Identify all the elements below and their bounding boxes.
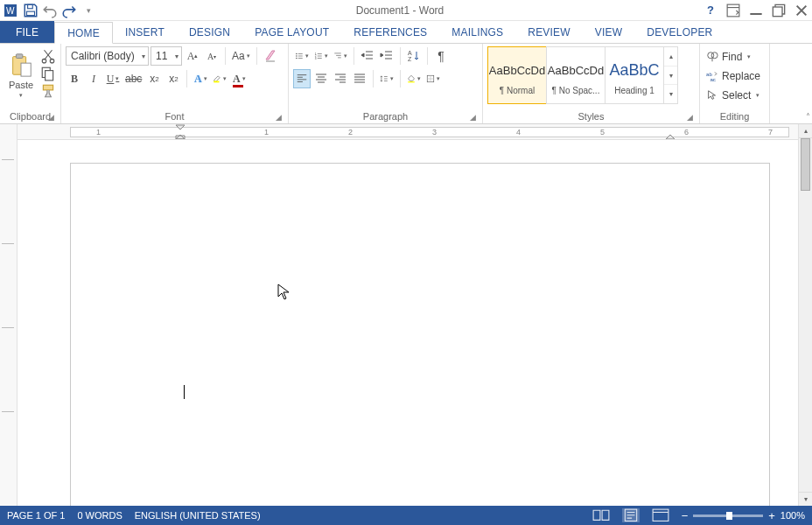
text-effects-icon[interactable]: A: [192, 69, 209, 88]
svg-rect-8: [21, 63, 31, 76]
subscript-icon[interactable]: x2: [145, 69, 163, 88]
word-app-icon[interactable]: W: [4, 3, 19, 18]
horizontal-ruler[interactable]: 1 1 2 3 4 5 6 7: [18, 124, 798, 140]
change-case-icon[interactable]: Aa: [230, 46, 252, 66]
svg-text:ac: ac: [710, 76, 715, 82]
restore-icon[interactable]: [772, 4, 786, 18]
read-mode-icon[interactable]: [592, 508, 610, 522]
increase-indent-icon[interactable]: [378, 46, 396, 66]
scroll-thumb[interactable]: [801, 138, 810, 191]
italic-icon[interactable]: I: [85, 69, 102, 88]
zoom-slider[interactable]: [693, 514, 763, 517]
first-line-indent-icon[interactable]: [175, 124, 186, 140]
clear-formatting-icon[interactable]: [262, 46, 279, 66]
styles-launcher-icon[interactable]: ◢: [684, 113, 695, 123]
shading-icon[interactable]: [405, 69, 423, 88]
svg-rect-7: [16, 54, 23, 59]
svg-text:W: W: [6, 6, 15, 16]
line-spacing-icon[interactable]: [378, 69, 396, 88]
qat-customize-icon[interactable]: ▾: [80, 3, 96, 18]
find-button[interactable]: Find▾: [704, 48, 752, 66]
replace-button[interactable]: abac Replace: [704, 67, 762, 85]
zoom-control: − + 100%: [682, 509, 805, 522]
tab-references[interactable]: REFERENCES: [341, 21, 439, 43]
status-words[interactable]: 0 WORDS: [77, 510, 122, 521]
ribbon-display-options-icon[interactable]: [726, 4, 740, 18]
copy-icon[interactable]: [40, 66, 56, 81]
superscript-icon[interactable]: x2: [164, 69, 182, 88]
tab-insert[interactable]: INSERT: [113, 21, 177, 43]
align-center-icon[interactable]: [312, 69, 330, 88]
close-icon[interactable]: [794, 4, 808, 18]
web-layout-icon[interactable]: [652, 508, 669, 522]
font-color-icon[interactable]: A: [230, 69, 248, 88]
strikethrough-icon[interactable]: abc: [123, 69, 144, 88]
help-icon[interactable]: ?: [704, 4, 718, 18]
undo-icon[interactable]: [42, 3, 58, 18]
grow-font-icon[interactable]: A▴: [184, 46, 201, 66]
tab-view[interactable]: VIEW: [583, 21, 634, 43]
format-painter-icon[interactable]: [40, 83, 56, 99]
zoom-out-icon[interactable]: −: [682, 509, 689, 522]
right-indent-icon[interactable]: [665, 124, 676, 140]
svg-rect-12: [46, 71, 53, 80]
paste-button[interactable]: Paste ▾: [4, 46, 38, 104]
shrink-font-icon[interactable]: A▾: [203, 46, 220, 66]
style-normal[interactable]: AaBbCcDd ¶ Normal: [487, 46, 547, 104]
vertical-scrollbar[interactable]: ▴ ▾: [798, 124, 812, 506]
minimize-icon[interactable]: [749, 4, 763, 18]
scroll-down-icon[interactable]: ▾: [799, 492, 812, 506]
tab-developer[interactable]: DEVELOPER: [634, 21, 724, 43]
redo-icon[interactable]: [61, 3, 77, 18]
tab-review[interactable]: REVIEW: [515, 21, 583, 43]
font-name-combo[interactable]: Calibri (Body)▾: [66, 46, 149, 66]
show-marks-icon[interactable]: ¶: [432, 46, 450, 66]
select-button[interactable]: Select▾: [704, 87, 761, 104]
align-left-icon[interactable]: [293, 69, 311, 88]
group-label-styles: Styles ◢: [487, 109, 695, 123]
group-font: Calibri (Body)▾ 11▾ A▴ A▾ Aa B I U abc x…: [61, 44, 289, 123]
numbering-icon[interactable]: 123: [312, 46, 330, 66]
svg-text:Z: Z: [408, 56, 412, 62]
sort-icon[interactable]: AZ: [405, 46, 423, 66]
multilevel-list-icon[interactable]: [332, 46, 349, 66]
zoom-level[interactable]: 100%: [780, 510, 805, 521]
style-heading-1[interactable]: AaBbC Heading 1: [605, 46, 664, 104]
underline-icon[interactable]: U: [104, 69, 122, 88]
document-page[interactable]: [70, 163, 770, 506]
paragraph-launcher-icon[interactable]: ◢: [467, 113, 478, 123]
font-launcher-icon[interactable]: ◢: [273, 113, 284, 123]
decrease-indent-icon[interactable]: [359, 46, 376, 66]
styles-scroll-down-icon[interactable]: ▾: [664, 66, 677, 86]
status-language[interactable]: ENGLISH (UNITED STATES): [135, 510, 261, 521]
vertical-ruler[interactable]: [0, 124, 18, 506]
clipboard-launcher-icon[interactable]: ◢: [46, 113, 56, 123]
font-size-combo[interactable]: 11▾: [150, 46, 182, 66]
svg-text:3: 3: [315, 57, 317, 60]
highlight-icon[interactable]: [211, 69, 228, 88]
collapse-ribbon-icon[interactable]: ˄: [806, 112, 810, 122]
tab-page-layout[interactable]: PAGE LAYOUT: [242, 21, 341, 43]
status-bar: PAGE 1 OF 1 0 WORDS ENGLISH (UNITED STAT…: [0, 506, 812, 525]
bullets-icon[interactable]: [293, 46, 311, 66]
borders-icon[interactable]: [424, 69, 442, 88]
scroll-up-icon[interactable]: ▴: [799, 124, 812, 138]
page-area[interactable]: [18, 140, 798, 506]
zoom-in-icon[interactable]: +: [768, 509, 775, 522]
styles-more-icon[interactable]: ▾: [664, 85, 677, 103]
tab-mailings[interactable]: MAILINGS: [439, 21, 515, 43]
work-area: 1 1 2 3 4 5 6 7 ▴ ▾: [0, 124, 812, 506]
print-layout-icon[interactable]: [622, 508, 640, 522]
justify-icon[interactable]: [351, 69, 368, 88]
style-no-spacing[interactable]: AaBbCcDd ¶ No Spac...: [546, 46, 606, 104]
status-page[interactable]: PAGE 1 OF 1: [7, 510, 65, 521]
tab-home[interactable]: HOME: [54, 22, 113, 44]
tab-file[interactable]: FILE: [0, 21, 54, 43]
bold-icon[interactable]: B: [66, 69, 83, 88]
save-icon[interactable]: [23, 3, 38, 18]
align-right-icon[interactable]: [332, 69, 349, 88]
tab-design[interactable]: DESIGN: [177, 21, 242, 43]
styles-scroll-up-icon[interactable]: ▴: [664, 47, 677, 66]
group-styles: AaBbCcDd ¶ Normal AaBbCcDd ¶ No Spac... …: [483, 44, 700, 123]
cut-icon[interactable]: [40, 48, 56, 64]
